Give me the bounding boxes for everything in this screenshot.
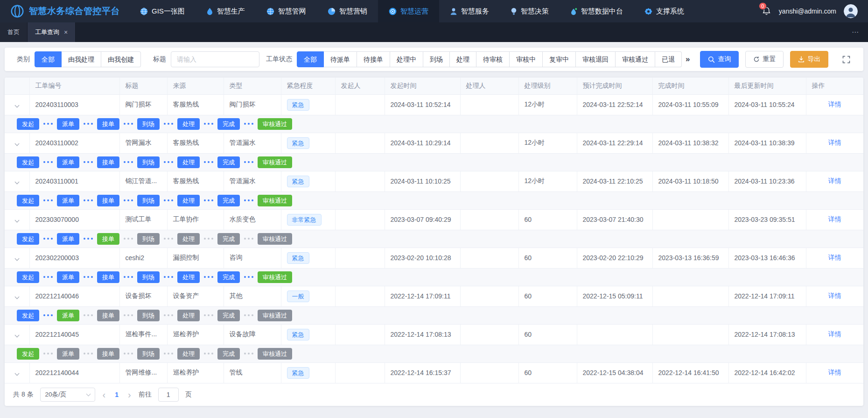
work-order-steps-row: 发起派单接单到场处理完成审核通过: [5, 115, 863, 133]
status-option-11[interactable]: 已退: [655, 51, 682, 67]
dot: [51, 314, 53, 316]
nav-item-service[interactable]: 智慧服务: [439, 0, 500, 22]
tab-more-icon[interactable]: ⋯: [852, 28, 868, 36]
nav-item-production[interactable]: 智慧生产: [196, 0, 256, 22]
step-pending: 接单: [97, 310, 119, 321]
cell-id: 202302200003: [29, 248, 119, 268]
status-option-9[interactable]: 审核退回: [576, 51, 616, 67]
cell-source: 漏损控制: [167, 248, 224, 268]
cell-start: 2024-03-11 10:10:25: [385, 171, 460, 191]
nav-item-decision[interactable]: 智慧决策: [500, 0, 560, 22]
status-option-0[interactable]: 全部: [297, 51, 324, 67]
expand-chevron-icon[interactable]: [14, 142, 19, 146]
user-avatar[interactable]: [844, 4, 858, 18]
tab-work-order-query[interactable]: 工单查询×: [28, 22, 76, 42]
detail-link[interactable]: 详情: [828, 177, 841, 184]
export-button[interactable]: 导出: [790, 51, 828, 68]
status-option-5[interactable]: 处理: [450, 51, 476, 67]
notification-bell-icon[interactable]: 0: [762, 7, 771, 16]
nav-item-data-center[interactable]: 智慧数据中台: [560, 0, 634, 22]
cell-start: 2024-03-11 10:52:14: [385, 94, 460, 115]
status-option-7[interactable]: 审核中: [510, 51, 543, 67]
dot: [168, 353, 169, 354]
close-icon[interactable]: ×: [64, 28, 68, 36]
status-more-icon[interactable]: »: [686, 55, 690, 64]
current-page-number[interactable]: 1: [113, 391, 120, 398]
expand-chevron-icon[interactable]: [14, 333, 19, 338]
cell-id: 202403110001: [29, 171, 119, 191]
detail-link[interactable]: 详情: [828, 139, 841, 146]
nav-item-support[interactable]: 支撑系统: [634, 0, 695, 22]
detail-link[interactable]: 详情: [828, 254, 841, 261]
expand-chevron-icon[interactable]: [14, 218, 19, 223]
expand-chevron-icon[interactable]: [14, 371, 19, 376]
cell-source: 巡检养护: [167, 324, 224, 345]
step-done: 完成: [217, 195, 240, 206]
status-option-4[interactable]: 到场: [423, 51, 450, 67]
action-cell: 详情: [806, 248, 863, 268]
expand-cell: [5, 362, 29, 383]
step-connector-dots: [164, 276, 173, 278]
title-input[interactable]: [171, 51, 259, 67]
status-option-3[interactable]: 处理中: [390, 51, 423, 67]
dot: [131, 276, 133, 278]
expand-chevron-icon[interactable]: [14, 180, 19, 184]
category-option-2[interactable]: 由我创建: [101, 51, 141, 67]
nav-item-marketing[interactable]: 智慧营销: [317, 0, 378, 22]
cell-title: 管网漏水: [119, 133, 167, 153]
status-option-10[interactable]: 审核通过: [616, 51, 655, 67]
workflow-steps: 发起派单接单到场处理完成审核通过: [17, 271, 863, 283]
fullscreen-icon[interactable]: [842, 56, 850, 64]
category-option-1[interactable]: 由我处理: [62, 51, 101, 67]
expand-chevron-icon[interactable]: [14, 103, 19, 108]
detail-link[interactable]: 详情: [828, 330, 841, 338]
expand-chevron-icon[interactable]: [14, 295, 19, 299]
step-connector-dots: [84, 123, 93, 125]
column-header-0: 工单编号: [29, 78, 119, 94]
reset-button[interactable]: 重置: [745, 51, 784, 68]
expand-chevron-icon[interactable]: [14, 256, 19, 261]
cell-start: 2024-03-11 10:29:14: [385, 133, 460, 153]
dot: [208, 238, 210, 240]
dot: [131, 238, 133, 240]
step-pending: 处理: [177, 233, 200, 245]
dot: [244, 123, 246, 125]
dot: [84, 276, 85, 278]
page-size-select[interactable]: 20条/页: [40, 388, 95, 402]
cell-urgency: 紧急: [281, 362, 335, 383]
search-button[interactable]: 查询: [700, 51, 739, 68]
category-option-0[interactable]: 全部: [35, 51, 62, 67]
nav-item-operation[interactable]: 智慧运营: [378, 0, 439, 22]
detail-link[interactable]: 详情: [828, 292, 841, 299]
tab-home[interactable]: 首页: [0, 22, 28, 42]
dot: [164, 238, 166, 240]
cell-finished: 2022-12-14 16:41:50: [652, 362, 728, 383]
detail-link[interactable]: 详情: [828, 368, 841, 376]
status-option-2[interactable]: 待接单: [357, 51, 390, 67]
expand-cell: [5, 324, 29, 345]
next-page-button[interactable]: ›: [127, 390, 132, 399]
steps-cell: 发起派单接单到场处理完成审核通过: [5, 345, 863, 362]
cell-updated: 2023-03-13 16:46:36: [728, 248, 806, 268]
status-option-1[interactable]: 待派单: [324, 51, 357, 67]
nav-item-pipe-network[interactable]: 智慧管网: [256, 0, 317, 22]
detail-link[interactable]: 详情: [828, 100, 841, 108]
dot: [244, 199, 246, 201]
status-option-8[interactable]: 复审中: [543, 51, 576, 67]
work-order-row: 202302200003ceshi2漏损控制咨询紧急2023-02-20 10:…: [5, 248, 863, 268]
cell-start: 2022-12-14 16:15:37: [385, 362, 460, 383]
expand-cell: [5, 133, 29, 153]
step-connector-dots: [84, 199, 93, 201]
dot: [171, 276, 173, 278]
step-connector-dots: [204, 353, 213, 354]
dot: [124, 276, 126, 278]
user-email[interactable]: yanshi@admin.com: [779, 7, 836, 15]
prev-page-button[interactable]: ‹: [102, 390, 107, 399]
goto-page-input[interactable]: [158, 388, 179, 402]
nav-item-gis[interactable]: GIS一张图: [129, 0, 196, 22]
cell-initiator: [335, 209, 385, 230]
cell-title: 管网维修...: [119, 362, 167, 383]
detail-link[interactable]: 详情: [828, 215, 841, 223]
status-option-6[interactable]: 待审核: [476, 51, 510, 67]
nav-item-label: 智慧运营: [400, 7, 428, 16]
